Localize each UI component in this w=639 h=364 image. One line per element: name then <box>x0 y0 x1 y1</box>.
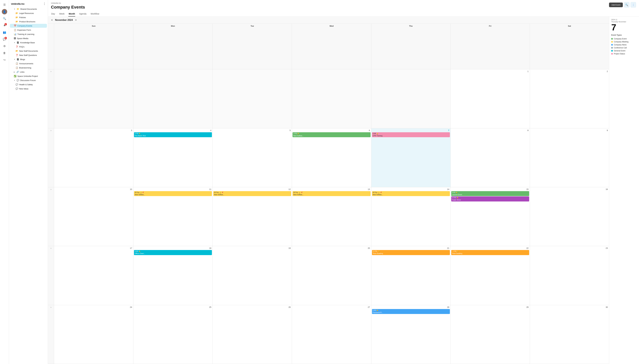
cal-cell[interactable] <box>133 69 213 128</box>
row-indicator[interactable]: > <box>48 246 54 305</box>
cal-cell-nov25[interactable]: 25 <box>133 305 213 364</box>
sidebar-item-announcements[interactable]: 📋 Announcements <box>10 62 47 66</box>
cal-cell[interactable] <box>213 69 292 128</box>
sidebar-item-product-brochures[interactable]: 📂 Product Brochures <box>10 20 47 24</box>
sidebar-item-space-media[interactable]: 🖼 Space Media <box>10 36 47 40</box>
search-button[interactable]: 🔍 <box>2 16 8 22</box>
cal-cell-nov15[interactable]: 15 9 AM 🔔 Launch Event 10 AM 🔔 Trade Sho… <box>450 187 530 246</box>
more-toolbar-button[interactable]: ⋮ <box>630 2 636 8</box>
cal-cell-nov5[interactable]: 5 <box>213 128 292 187</box>
sidebar-item-legal-resources[interactable]: 📂 Legal Resources <box>10 11 47 15</box>
cal-cell-nov17[interactable]: 17 <box>54 246 133 305</box>
calendar-icon: 📅 <box>14 24 16 27</box>
row-indicator[interactable]: > <box>48 128 54 187</box>
menu-button[interactable]: ☰ <box>2 2 8 8</box>
cal-cell-nov7[interactable]: 7 9 AM 🔔 CPR Training <box>371 128 450 187</box>
cal-cell-nov12[interactable]: 12 All Day 🔔 📌 New Softwa... <box>213 187 292 246</box>
avatar[interactable]: 👤 <box>2 9 8 15</box>
row-indicator[interactable]: > <box>48 187 54 246</box>
trash-button[interactable]: 🗑 <box>2 50 8 56</box>
cal-cell-nov22[interactable]: 22 - 1 PM 🔔 Team Building <box>450 246 530 305</box>
event-allday-14[interactable]: All Day 🔔 📌 New Softwa... <box>372 191 450 196</box>
cal-cell-nov28[interactable]: 28 5 AM 🔔 Password R... <box>371 305 450 364</box>
tab-workflow[interactable]: Workflow <box>90 12 100 16</box>
settings-button[interactable]: ⚙ <box>2 43 8 49</box>
cal-cell-nov3[interactable]: 3 <box>54 128 133 187</box>
cal-cell-nov1[interactable]: 1 <box>450 69 530 128</box>
cal-cell-nov10[interactable]: 10 <box>54 187 133 246</box>
row-indicator[interactable]: > <box>48 69 54 128</box>
messages-button[interactable]: 💬 0 <box>2 36 8 42</box>
cal-cell-nov6[interactable]: 6 3 PM 🔔 New Softwa... <box>292 128 371 187</box>
cal-date <box>372 70 450 70</box>
links-icon: 🔗 <box>16 71 19 73</box>
sidebar-item-knowledge-base[interactable]: ▼ 📓 Knowledge Base <box>10 40 47 44</box>
cal-date <box>293 70 370 70</box>
sidebar-label: Company Events <box>18 25 32 27</box>
tab-agenda[interactable]: Agenda <box>79 12 87 16</box>
event-time: 9 AM 🔔 <box>452 192 528 194</box>
cal-cell[interactable] <box>371 69 450 128</box>
event-office-clean[interactable]: 9 AM 🔔 Office Clean... <box>134 250 212 255</box>
event-allday-12[interactable]: All Day 🔔 📌 New Softwa... <box>213 191 291 196</box>
cal-cell[interactable] <box>54 69 133 128</box>
event-cpr-training[interactable]: 9 AM 🔔 CPR Training <box>372 132 450 137</box>
cal-cell-nov11[interactable]: 11 All Day 🔔 📌 New Softwa... <box>133 187 213 246</box>
cal-cell-nov30[interactable]: 30 <box>530 305 609 364</box>
add-event-button[interactable]: Add Event <box>609 2 623 7</box>
event-password-reset[interactable]: 5 AM 🔔 Password R... <box>372 309 450 314</box>
cal-cell-nov16[interactable]: 16 <box>530 187 609 246</box>
event-team-building-22[interactable]: - 1 PM 🔔 Team Building <box>451 250 529 255</box>
sidebar-item-space-umbrella[interactable]: ✅ Space Umbrella Project <box>10 74 47 78</box>
cal-cell-nov27[interactable]: 27 <box>292 305 371 364</box>
forum-icon: 💬 <box>17 79 19 82</box>
cal-cell-nov13[interactable]: 13 All Day 🔔 📌 New Softwa... <box>292 187 371 246</box>
cal-cell-nov9[interactable]: 9 <box>530 128 609 187</box>
event-launch-event[interactable]: 9 AM 🔔 Launch Event <box>451 191 529 196</box>
sidebar-item-company-events[interactable]: 📅 Company Events <box>10 24 47 28</box>
sidebar-item-links[interactable]: ▶ 🔗 Links <box>10 70 47 74</box>
event-team-building-21[interactable]: 12 PM - 🔔 Team Building <box>372 250 450 255</box>
sidebar-item-blogs[interactable]: ▼ 📓 Blogs <box>10 57 47 61</box>
cal-cell-nov29[interactable]: 29 <box>450 305 530 364</box>
sidebar-item-new-staff-questions[interactable]: ❓ New Staff Questions <box>10 53 47 57</box>
sidebar-more-button[interactable]: ⋮ <box>43 2 46 5</box>
event-trade-show[interactable]: 10 AM 🔔 Trade Show <box>451 196 529 201</box>
row-indicator[interactable]: > <box>48 305 54 364</box>
search-toolbar-button[interactable]: 🔍 <box>624 2 629 8</box>
tab-month[interactable]: Month <box>68 12 75 16</box>
cal-cell-nov18[interactable]: 18 9 AM 🔔 Office Clean... <box>133 246 213 305</box>
sidebar-item-shared-documents[interactable]: ▼ 📁 Shared Documents <box>10 7 47 11</box>
event-new-software-6[interactable]: 3 PM 🔔 New Softwa... <box>293 132 370 137</box>
sidebar-item-expenses-form[interactable]: 📋 Expenses Form <box>10 28 47 32</box>
cal-cell-nov23[interactable]: 23 <box>530 246 609 305</box>
tab-week[interactable]: Week <box>59 12 65 16</box>
cal-cell-nov4[interactable]: 4 3 PM 🔔 Fire Alarm Test <box>133 128 213 187</box>
sidebar-item-new-staff-documents[interactable]: 📂 New Staff Documents <box>10 49 47 53</box>
favorites-button[interactable]: ★ 0 <box>2 22 8 28</box>
next-month-button[interactable]: > <box>74 18 78 22</box>
cal-cell-nov2[interactable]: 2 <box>530 69 609 128</box>
sidebar-item-new-ideas[interactable]: 💬 New Ideas <box>10 87 47 91</box>
sidebar-item-discussion-forum[interactable]: ▼ 💬 Discussion Forum <box>10 78 47 82</box>
sidebar-item-training-learning[interactable]: 📊 Training & Learning <box>10 32 47 36</box>
logout-button[interactable]: ↪ <box>2 57 8 63</box>
cal-cell[interactable] <box>292 69 371 128</box>
cal-cell-nov26[interactable]: 26 <box>213 305 292 364</box>
tab-day[interactable]: Day <box>51 12 55 16</box>
sidebar-item-health-safety[interactable]: 💬 Health & Safety <box>10 82 47 86</box>
people-button[interactable]: 👥 <box>2 29 8 35</box>
cal-cell-nov20[interactable]: 20 <box>292 246 371 305</box>
cal-cell-nov14[interactable]: 14 All Day 🔔 📌 New Softwa... <box>371 187 450 246</box>
sidebar-item-faqs[interactable]: ❓ FAQ's <box>10 45 47 49</box>
prev-month-button[interactable]: < <box>50 18 54 22</box>
cal-cell-nov24[interactable]: 24 <box>54 305 133 364</box>
cal-cell-nov21[interactable]: 21 12 PM - 🔔 Team Building <box>371 246 450 305</box>
event-fire-alarm[interactable]: 3 PM 🔔 Fire Alarm Test <box>134 132 212 137</box>
event-allday-13[interactable]: All Day 🔔 📌 New Softwa... <box>293 191 370 196</box>
event-allday-11[interactable]: All Day 🔔 📌 New Softwa... <box>134 191 212 196</box>
cal-cell-nov8[interactable]: 8 <box>450 128 530 187</box>
sidebar-item-brainstorming[interactable]: 📋 Brainstorming <box>10 66 47 70</box>
sidebar-item-policies[interactable]: 📂 Policies <box>10 16 47 19</box>
cal-cell-nov19[interactable]: 19 <box>213 246 292 305</box>
